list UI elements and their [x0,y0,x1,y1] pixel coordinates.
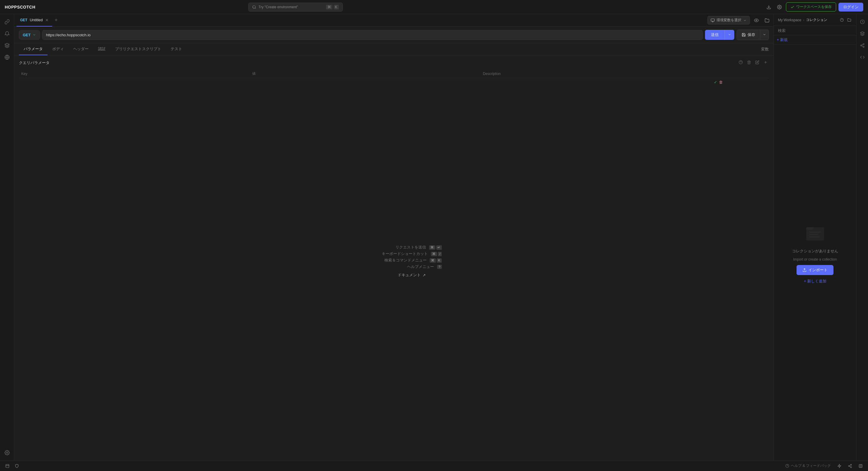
bottom-panel-toggle[interactable] [4,462,11,470]
breadcrumb-home[interactable]: My Workspace [778,18,801,22]
params-add-btn[interactable] [762,59,769,66]
request-bar: GET 送信 保存 [14,27,774,43]
row-check-icon[interactable]: ✓ [714,80,717,85]
save-btn[interactable]: 保存 [737,30,760,40]
trash-icon [747,60,751,64]
panel-icon [5,464,9,468]
help-send-label: リクエストを送信 [395,245,426,250]
params-edit-btn[interactable] [754,59,761,66]
key-input[interactable] [21,80,247,85]
params-header: クエリパラメータ [19,59,769,66]
right-share-icon[interactable] [857,40,868,51]
bottom-help-btn[interactable]: ヘルプ & フィードバック [783,462,833,470]
url-input[interactable] [42,30,703,40]
bottom-zap-btn[interactable] [836,462,843,470]
kbd-enter-send: ↵ [436,245,442,250]
tab-test[interactable]: テスト [166,43,187,55]
value-input[interactable] [252,80,478,85]
tab-title: Untitled [30,18,43,22]
right-history-icon[interactable] [857,17,868,27]
save-arrow-btn[interactable] [760,30,769,40]
help-feedback-label: ヘルプ & フィードバック [791,463,831,468]
bottom-share-btn[interactable] [846,462,854,470]
tab-headers[interactable]: ヘッダー [68,43,93,55]
login-btn[interactable]: ログイン [838,3,863,11]
sidebar-layers-icon[interactable] [2,40,12,51]
right-layers-icon[interactable] [857,28,868,39]
method-label: GET [23,33,31,37]
svg-point-36 [850,464,852,465]
right-code-icon[interactable] [857,52,868,63]
bottom-shield-icon[interactable] [13,462,21,470]
search-icon [252,5,256,9]
tab-bar: GET Untitled ✕ + 環境変数を選択 [14,14,774,27]
send-btn-group: 送信 [705,30,734,40]
tab-auth[interactable]: 認証 [93,43,111,55]
req-tabs: パラメータ ボディ ヘッダー 認証 プリリクエストスクリプト テスト 変数 [14,43,774,56]
send-arrow-btn[interactable] [724,30,734,40]
help-command-label: 検索＆コマンドメニュー [384,258,427,263]
help-row-shortcuts: キーボードショートカット ⌘ / [382,251,442,256]
main-layout: GET Untitled ✕ + 環境変数を選択 [0,14,868,460]
sidebar-globe-icon[interactable] [2,52,12,63]
svg-rect-31 [6,464,9,467]
tab-params[interactable]: パラメータ [19,43,48,55]
method-select[interactable]: GET [19,30,40,39]
eye-btn[interactable] [752,16,761,25]
collections-help-btn[interactable] [839,17,845,23]
bottom-layout-btn[interactable] [857,462,864,470]
svg-line-40 [849,465,850,465]
folder-btn[interactable] [763,16,771,25]
row-delete-icon[interactable]: 🗑 [719,80,723,85]
kbd-cmd-send: ⌘ [429,245,435,250]
add-new-btn[interactable]: + 新しく追加 [804,279,826,284]
tab-method: GET [20,18,27,22]
tab-pre-request[interactable]: プリリクエストスクリプト [111,43,166,55]
collections-folder-btn[interactable] [846,17,852,23]
active-tab[interactable]: GET Untitled ✕ [17,14,52,27]
send-btn[interactable]: 送信 [705,30,724,40]
collections-search-input[interactable] [778,28,852,33]
req-tab-right: 変数 [761,44,769,55]
bottom-bar: ヘルプ & フィードバック [0,460,868,471]
question-bottom-icon [785,464,789,468]
cloud-icon [790,5,795,9]
chevron-down-send-icon [728,33,731,36]
sidebar-link-icon[interactable] [2,17,12,27]
params-delete-btn[interactable] [746,59,752,66]
tab-close-btn[interactable]: ✕ [45,18,49,23]
settings-btn[interactable] [775,3,783,11]
svg-marker-35 [838,464,841,468]
zap-icon [837,464,841,468]
col-key: Key [19,69,250,78]
search-bar[interactable]: Try "Create environment" ⌘ K [248,3,343,11]
tab-bar-right: 環境変数を選択 [707,16,771,25]
sidebar-settings-icon[interactable] [2,447,12,458]
desc-input[interactable] [483,80,709,85]
svg-point-38 [850,467,852,468]
download-btn[interactable] [765,3,773,11]
tab-body[interactable]: ボディ [48,43,68,55]
table-row: ✓ 🗑 [19,78,769,87]
sidebar-bell-icon[interactable] [2,28,12,39]
bottom-left [4,462,21,470]
params-help-btn[interactable] [738,59,744,66]
help-doc-row[interactable]: ドキュメント ↗ [382,272,442,278]
svg-point-3 [779,6,780,8]
gear-icon [777,5,782,9]
collections-search[interactable] [774,26,856,35]
kbd-question: ? [437,265,442,269]
new-collection-btn[interactable]: + 新規 [777,37,788,42]
right-side-icons [856,14,868,460]
import-btn[interactable]: インポート [797,265,833,275]
env-select[interactable]: 環境変数を選択 [707,16,750,25]
help-row-helpmenu: ヘルプメニュー ? [382,264,442,270]
svg-line-30 [862,44,863,45]
add-tab-btn[interactable]: + [52,16,60,25]
params-title: クエリパラメータ [19,60,50,65]
kbd-slash-shortcuts: / [438,252,442,256]
save-workspace-btn[interactable]: ワークスペースを保存 [786,2,836,11]
content-area: GET Untitled ✕ + 環境変数を選択 [14,14,774,460]
clock-icon [860,20,865,24]
collections-header: My Workspace › コレクション [774,14,856,26]
